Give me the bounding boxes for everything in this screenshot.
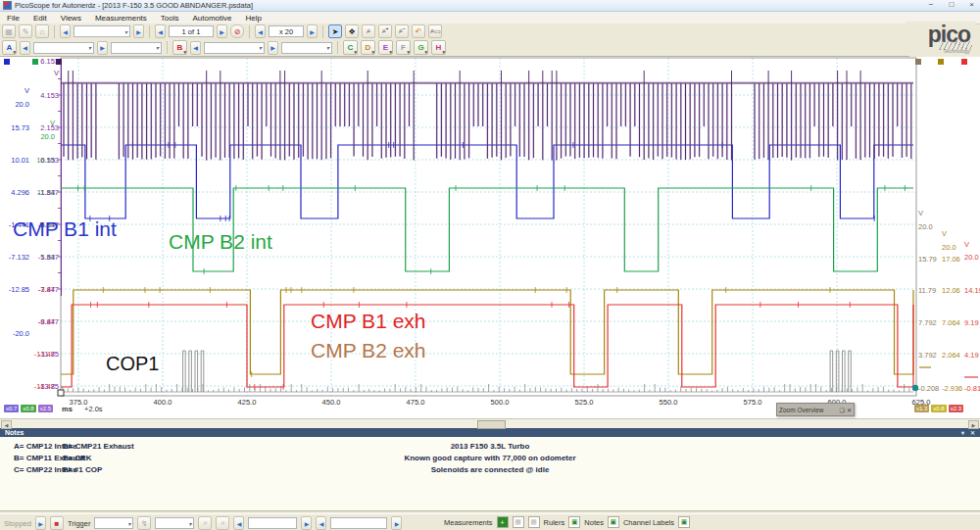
status-bar: Stopped ▶ ■ Trigger ▾ ↯ ▾ ⌕ ⌕ ◀ ▶ ◀ ▶ Me… bbox=[0, 513, 980, 530]
menu-item-views[interactable]: Views bbox=[54, 14, 88, 23]
notes-close-icon[interactable]: ✕ bbox=[970, 429, 975, 436]
pico-technology-logo: pico Technology bbox=[906, 22, 976, 55]
time-unit-label: ms bbox=[62, 405, 73, 413]
zoom-in-tool-button[interactable]: ⌕⁺ bbox=[378, 24, 392, 38]
notes-panel: Notes ▾ ✕ A= CMP12 Intake B= CMP11 Exhau… bbox=[0, 428, 980, 511]
pretrigger-up-button[interactable]: ▶ bbox=[391, 516, 402, 530]
channel-b-button[interactable]: B▾ bbox=[172, 40, 187, 55]
maximize-button[interactable]: □ bbox=[949, 0, 954, 9]
minimize-button[interactable]: − bbox=[929, 0, 934, 9]
channel-labels-icon[interactable]: ▣ bbox=[678, 516, 690, 528]
app-icon bbox=[3, 1, 12, 10]
channel-b-range-select[interactable]: ▾ bbox=[204, 42, 265, 54]
zoom-in-step-button[interactable]: ▶ bbox=[307, 24, 318, 38]
delete-page-icon[interactable]: ⊘ bbox=[230, 24, 244, 38]
undo-zoom-button[interactable]: ↶ bbox=[412, 24, 425, 38]
menu-item-file[interactable]: File bbox=[0, 14, 26, 23]
scroll-right-icon[interactable]: ▶ bbox=[968, 420, 979, 429]
add-measurement-icon[interactable]: + bbox=[497, 516, 509, 528]
connect-device-icon[interactable]: ▦ bbox=[2, 24, 16, 38]
channel-h-button[interactable]: H▾ bbox=[431, 40, 446, 55]
rulers-icon[interactable]: ▣ bbox=[568, 516, 580, 528]
next-page-button[interactable]: ▶ bbox=[217, 24, 227, 38]
channel-b-range-down[interactable]: ◀ bbox=[190, 41, 201, 55]
scroll-left-icon[interactable]: ◀ bbox=[1, 420, 12, 429]
trigger-zoom-out-icon[interactable]: ⌕ bbox=[216, 516, 229, 530]
notes-icon[interactable]: ▣ bbox=[608, 516, 619, 528]
start-capture-button[interactable]: ▶ bbox=[35, 516, 46, 530]
rulers-label: Rulers bbox=[544, 518, 565, 527]
trigger-zoom-in-icon[interactable]: ⌕ bbox=[198, 516, 212, 530]
edit-icon[interactable]: ✎ bbox=[19, 24, 32, 38]
right-scale-badge: x2.3 bbox=[949, 405, 963, 412]
pretrigger-down-button[interactable]: ◀ bbox=[316, 516, 326, 530]
prev-capture-button[interactable]: ◀ bbox=[60, 24, 71, 38]
channel-toolbar: A▾◀▾▶▾B▾◀▾▶▾C▾D▾E▾F▾G▾H▾ bbox=[0, 39, 909, 57]
channel-c-button[interactable]: C▾ bbox=[343, 40, 358, 55]
trigger-channel-select[interactable]: ▾ bbox=[155, 517, 194, 529]
edit-measurement-icon[interactable]: ▦ bbox=[513, 516, 524, 528]
menu-item-edit[interactable]: Edit bbox=[26, 14, 54, 23]
pretrigger-field[interactable] bbox=[330, 517, 387, 529]
channel-a-range-down[interactable]: ◀ bbox=[20, 41, 30, 55]
zoom-overview-title: Zoom Overview bbox=[779, 407, 824, 413]
zoom-out-step-button[interactable]: ◀ bbox=[255, 24, 266, 38]
capture-select[interactable]: ▾ bbox=[74, 25, 130, 37]
left-scale-badge: x2.5 bbox=[38, 405, 53, 412]
marquee-zoom-button[interactable]: ⌕▭ bbox=[428, 24, 442, 38]
channel-a-range-select[interactable]: ▾ bbox=[33, 42, 94, 54]
measurements-label: Measurements bbox=[444, 518, 493, 527]
menu-item-automotive[interactable]: Automotive bbox=[186, 14, 239, 23]
zoom-out-tool-button[interactable]: ⌕⁻ bbox=[395, 24, 409, 38]
threshold-up-button[interactable]: ▶ bbox=[301, 516, 312, 530]
right-scale-badges: x1.3x0.8x2.3 bbox=[914, 404, 965, 412]
channel-labels-label: Channel Labels bbox=[623, 518, 674, 527]
page-indicator: 1 of 1 bbox=[169, 25, 214, 37]
home-icon[interactable]: ⌂ bbox=[35, 24, 49, 38]
title-bar: PicoScope for Autonerdz - [2013 F-150 3.… bbox=[0, 0, 980, 12]
left-scale-badges: x0.7x0.8x2.5 bbox=[4, 404, 55, 412]
channel-a-range-up[interactable]: ▶ bbox=[97, 41, 108, 55]
zoom-overview-window[interactable]: Zoom Overview ❏ ✕ bbox=[776, 403, 855, 416]
close-button[interactable]: × bbox=[969, 0, 974, 9]
channel-b-coupling-select[interactable]: ▾ bbox=[281, 42, 332, 54]
threshold-down-button[interactable]: ◀ bbox=[233, 516, 244, 530]
channel-e-button[interactable]: E▾ bbox=[378, 40, 393, 55]
channel-a-button[interactable]: A▾ bbox=[2, 40, 17, 55]
scope-view[interactable] bbox=[0, 57, 980, 428]
stop-capture-button[interactable]: ■ bbox=[50, 516, 64, 530]
pointer-tool-button[interactable]: ➤ bbox=[328, 24, 342, 38]
channel-d-button[interactable]: D▾ bbox=[361, 40, 375, 55]
scrollbar-thumb[interactable] bbox=[477, 420, 506, 429]
notes-dropdown-icon[interactable]: ▾ bbox=[961, 429, 964, 436]
zoom-factor-field[interactable]: x 20 bbox=[269, 25, 304, 37]
next-capture-button[interactable]: ▶ bbox=[133, 24, 144, 38]
time-offset-label: +2.0s bbox=[84, 405, 103, 413]
trigger-label: Trigger bbox=[68, 519, 90, 528]
channel-f-button[interactable]: F▾ bbox=[396, 40, 411, 55]
left-scale-badge: x0.7 bbox=[4, 405, 19, 412]
menu-item-measurements[interactable]: Measurements bbox=[88, 14, 154, 23]
left-scale-badge: x0.8 bbox=[21, 405, 35, 412]
trigger-settings-icon[interactable]: ↯ bbox=[137, 516, 151, 530]
zoom-overview-close-icon[interactable]: ✕ bbox=[847, 407, 852, 413]
notes-panel-header: Notes ▾ ✕ bbox=[0, 428, 980, 437]
threshold-field[interactable] bbox=[248, 517, 297, 529]
menu-item-tools[interactable]: Tools bbox=[154, 14, 186, 23]
vehicle-notes: 2013 F150 3.5L TurboKnown good capture w… bbox=[0, 441, 980, 476]
pico-logo-subtext: Technology bbox=[943, 48, 970, 54]
channel-b-range-up[interactable]: ▶ bbox=[268, 41, 278, 55]
picoscope-window: PicoScope for Autonerdz - [2013 F-150 3.… bbox=[0, 0, 980, 530]
prev-page-button[interactable]: ◀ bbox=[155, 24, 166, 38]
right-scale-badge: x0.8 bbox=[931, 405, 946, 412]
zoom-tool-button[interactable]: ⌕ bbox=[362, 24, 375, 38]
notes-label: Notes bbox=[584, 518, 604, 527]
trigger-mode-select[interactable]: ▾ bbox=[94, 517, 133, 529]
zoom-overview-restore-icon[interactable]: ❏ bbox=[840, 407, 845, 413]
menu-item-help[interactable]: Help bbox=[239, 14, 269, 23]
channel-g-button[interactable]: G▾ bbox=[414, 40, 428, 55]
channel-a-coupling-select[interactable]: ▾ bbox=[111, 42, 162, 54]
horizontal-scrollbar[interactable]: ◀ ▶ bbox=[0, 418, 980, 428]
hand-tool-button[interactable]: ❖ bbox=[345, 24, 359, 38]
delete-measurement-icon[interactable]: ▦ bbox=[528, 516, 540, 528]
